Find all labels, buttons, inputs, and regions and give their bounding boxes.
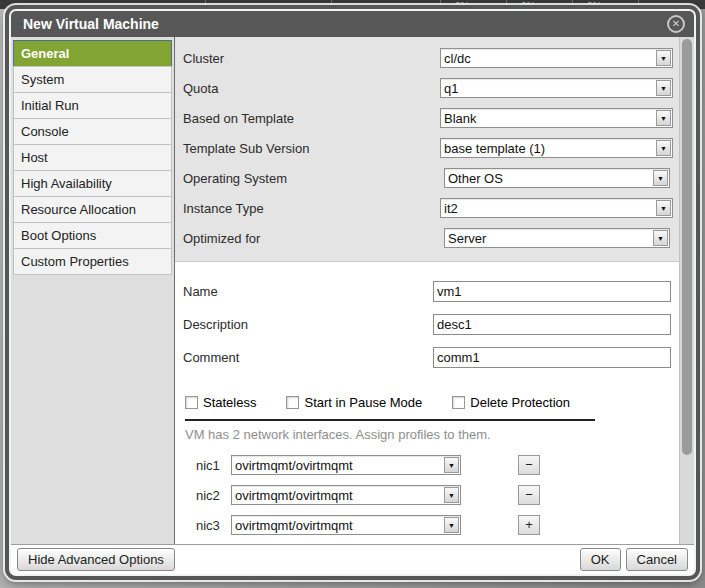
sidebar-item-host[interactable]: Host bbox=[13, 144, 172, 171]
nic1-label: nic1 bbox=[183, 458, 231, 473]
based-on-template-label: Based on Template bbox=[183, 111, 440, 126]
stateless-label: Stateless bbox=[203, 395, 256, 410]
cluster-select[interactable]: cl/dc ▼ bbox=[440, 48, 673, 68]
nic2-row: nic2 ovirtmqmt/ovirtmqmt ▼ − bbox=[183, 480, 671, 510]
template-sub-version-row: Template Sub Version base template (1) ▼ bbox=[183, 133, 673, 163]
vm-options-row: Stateless Start in Pause Mode Delete Pro… bbox=[183, 395, 671, 410]
start-in-pause-mode-checkbox[interactable] bbox=[286, 396, 299, 409]
form-column: Cluster cl/dc ▼ Quota q1 ▼ bbox=[175, 37, 679, 544]
name-input[interactable] bbox=[433, 281, 671, 302]
template-sub-version-label: Template Sub Version bbox=[183, 141, 440, 156]
operating-system-label: Operating System bbox=[183, 171, 444, 186]
sidebar-item-initial-run[interactable]: Initial Run bbox=[13, 92, 172, 119]
chevron-down-icon[interactable]: ▼ bbox=[656, 50, 671, 66]
instance-type-select-value: it2 bbox=[441, 201, 656, 216]
dialog-main: General System Initial Run Console Host … bbox=[11, 37, 694, 544]
chevron-down-icon[interactable]: ▼ bbox=[444, 487, 459, 503]
template-sub-version-select[interactable]: base template (1) ▼ bbox=[440, 138, 673, 158]
sidebar-item-system[interactable]: System bbox=[13, 66, 172, 93]
content-scrollbar[interactable] bbox=[679, 37, 694, 544]
nic3-row: nic3 ovirtmqmt/ovirtmqmt ▼ + bbox=[183, 510, 671, 540]
name-label: Name bbox=[183, 284, 433, 299]
nic1-profile-value: ovirtmqmt/ovirtmqmt bbox=[232, 458, 444, 473]
sidebar-item-general[interactable]: General bbox=[13, 40, 172, 67]
optimized-for-row: Optimized for Server ▼ bbox=[183, 223, 673, 253]
comment-input[interactable] bbox=[433, 347, 671, 368]
description-input[interactable] bbox=[433, 314, 671, 335]
comment-row: Comment bbox=[183, 341, 671, 374]
operating-system-row: Operating System Other OS ▼ bbox=[183, 163, 673, 193]
general-tab-content: Cluster cl/dc ▼ Quota q1 ▼ bbox=[175, 37, 694, 544]
close-icon[interactable]: ✕ bbox=[667, 15, 685, 33]
operating-system-select[interactable]: Other OS ▼ bbox=[444, 168, 670, 188]
template-sub-version-select-value: base template (1) bbox=[441, 141, 656, 156]
chevron-down-icon[interactable]: ▼ bbox=[656, 140, 671, 156]
nic2-profile-value: ovirtmqmt/ovirtmqmt bbox=[232, 488, 444, 503]
name-row: Name bbox=[183, 275, 671, 308]
nic1-profile-select[interactable]: ovirtmqmt/ovirtmqmt ▼ bbox=[231, 455, 461, 475]
sidebar-item-boot-options[interactable]: Boot Options bbox=[13, 222, 172, 249]
cluster-select-value: cl/dc bbox=[441, 51, 656, 66]
chevron-down-icon[interactable]: ▼ bbox=[656, 200, 671, 216]
start-in-pause-mode-option: Start in Pause Mode bbox=[286, 395, 422, 410]
nic3-profile-select[interactable]: ovirtmqmt/ovirtmqmt ▼ bbox=[231, 515, 461, 535]
quota-select-value: q1 bbox=[441, 81, 656, 96]
quota-label: Quota bbox=[183, 81, 440, 96]
sidebar: General System Initial Run Console Host … bbox=[11, 37, 175, 544]
nic2-remove-button[interactable]: − bbox=[518, 485, 540, 505]
cluster-row: Cluster cl/dc ▼ bbox=[183, 43, 673, 73]
dialog-footer: Hide Advanced Options OK Cancel bbox=[11, 544, 694, 574]
instance-type-select[interactable]: it2 ▼ bbox=[440, 198, 673, 218]
dialog-titlebar: New Virtual Machine ✕ bbox=[11, 11, 694, 37]
instance-type-label: Instance Type bbox=[183, 201, 440, 216]
nic1-remove-button[interactable]: − bbox=[518, 455, 540, 475]
quota-row: Quota q1 ▼ bbox=[183, 73, 673, 103]
ok-button[interactable]: OK bbox=[580, 548, 621, 571]
nic2-label: nic2 bbox=[183, 488, 231, 503]
identity-panel: Name Description Comment bbox=[175, 261, 679, 544]
instance-type-row: Instance Type it2 ▼ bbox=[183, 193, 673, 223]
nics-note: VM has 2 network interfaces. Assign prof… bbox=[185, 427, 671, 442]
nic1-row: nic1 ovirtmqmt/ovirtmqmt ▼ − bbox=[183, 450, 671, 480]
chevron-down-icon[interactable]: ▼ bbox=[444, 517, 459, 533]
dialog-title: New Virtual Machine bbox=[23, 16, 667, 32]
delete-protection-label: Delete Protection bbox=[470, 395, 570, 410]
optimized-for-select-value: Server bbox=[445, 231, 653, 246]
quota-select[interactable]: q1 ▼ bbox=[440, 78, 673, 98]
stateless-checkbox[interactable] bbox=[185, 396, 198, 409]
scrollbar-thumb[interactable] bbox=[682, 39, 692, 455]
delete-protection-checkbox[interactable] bbox=[452, 396, 465, 409]
new-vm-dialog: New Virtual Machine ✕ General System Ini… bbox=[5, 5, 700, 580]
dialog-content: New Virtual Machine ✕ General System Ini… bbox=[11, 11, 694, 574]
description-row: Description bbox=[183, 308, 671, 341]
cancel-button[interactable]: Cancel bbox=[626, 548, 688, 571]
nic3-profile-value: ovirtmqmt/ovirtmqmt bbox=[232, 518, 444, 533]
operating-system-select-value: Other OS bbox=[445, 171, 653, 186]
hide-advanced-options-button[interactable]: Hide Advanced Options bbox=[17, 548, 175, 571]
chevron-down-icon[interactable]: ▼ bbox=[653, 170, 668, 186]
start-in-pause-mode-label: Start in Pause Mode bbox=[304, 395, 422, 410]
optimized-for-label: Optimized for bbox=[183, 231, 444, 246]
sidebar-item-resource-allocation[interactable]: Resource Allocation bbox=[13, 196, 172, 223]
based-on-template-row: Based on Template Blank ▼ bbox=[183, 103, 673, 133]
template-settings-panel: Cluster cl/dc ▼ Quota q1 ▼ bbox=[175, 37, 679, 261]
comment-label: Comment bbox=[183, 350, 433, 365]
cluster-label: Cluster bbox=[183, 51, 440, 66]
nics-section-divider bbox=[185, 419, 595, 421]
optimized-for-select[interactable]: Server ▼ bbox=[444, 228, 670, 248]
sidebar-item-console[interactable]: Console bbox=[13, 118, 172, 145]
chevron-down-icon[interactable]: ▼ bbox=[656, 110, 671, 126]
stateless-option: Stateless bbox=[185, 395, 256, 410]
nic2-profile-select[interactable]: ovirtmqmt/ovirtmqmt ▼ bbox=[231, 485, 461, 505]
dialog-inner-ring: New Virtual Machine ✕ General System Ini… bbox=[9, 9, 696, 576]
chevron-down-icon[interactable]: ▼ bbox=[653, 230, 668, 246]
sidebar-item-high-availability[interactable]: High Availability bbox=[13, 170, 172, 197]
nic3-label: nic3 bbox=[183, 518, 231, 533]
sidebar-item-custom-properties[interactable]: Custom Properties bbox=[13, 248, 172, 275]
chevron-down-icon[interactable]: ▼ bbox=[444, 457, 459, 473]
nic3-add-button[interactable]: + bbox=[518, 515, 540, 535]
based-on-template-select-value: Blank bbox=[441, 111, 656, 126]
delete-protection-option: Delete Protection bbox=[452, 395, 570, 410]
chevron-down-icon[interactable]: ▼ bbox=[656, 80, 671, 96]
based-on-template-select[interactable]: Blank ▼ bbox=[440, 108, 673, 128]
